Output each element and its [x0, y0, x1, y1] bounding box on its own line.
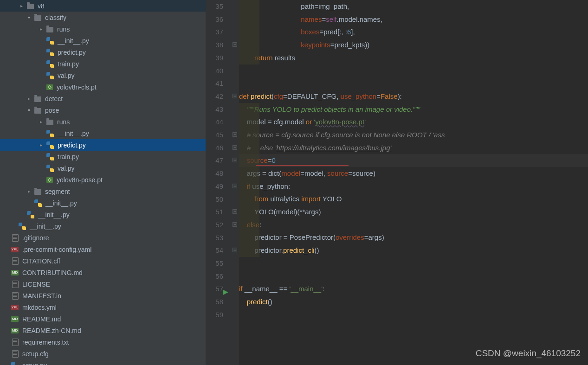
- mdfile-icon: [11, 328, 19, 333]
- tree-item-mkdocs-yml[interactable]: mkdocs.yml: [0, 301, 206, 313]
- code-line[interactable]: predictor = PosePredictor(overrides=args…: [239, 231, 588, 244]
- chevron-down-icon[interactable]: [28, 108, 32, 113]
- pyfile-icon: [46, 165, 54, 172]
- code-line[interactable]: else:: [239, 218, 588, 231]
- folder-icon: [46, 27, 53, 32]
- code-line[interactable]: # source = cfg.source if cfg.source is n…: [239, 128, 588, 141]
- fold-marker[interactable]: −: [233, 132, 237, 137]
- tree-item-classify[interactable]: classify: [0, 12, 206, 23]
- tree-item-label: LICENSE: [22, 281, 50, 288]
- chevron-down-icon[interactable]: [28, 15, 32, 20]
- tree-item-label: __init__.py: [30, 223, 61, 230]
- tree-item-yolov8n-pose-pt[interactable]: yolov8n-pose.pt: [0, 174, 206, 186]
- tree-item-pose[interactable]: pose: [0, 104, 206, 116]
- code-line[interactable]: path=img_path,: [239, 0, 588, 13]
- line-number: 43: [206, 103, 223, 116]
- chevron-right-icon[interactable]: [40, 119, 45, 124]
- tree-item---init---py[interactable]: __init__.py: [0, 209, 206, 220]
- fold-column[interactable]: −−−−−−−−−: [232, 0, 239, 365]
- fold-marker[interactable]: −: [233, 42, 237, 47]
- txt-icon: [11, 234, 19, 242]
- code-line[interactable]: [239, 308, 588, 321]
- chevron-right-icon[interactable]: [28, 96, 32, 101]
- project-tree[interactable]: v8classifyruns__init__.pypredict.pytrain…: [0, 0, 206, 365]
- code-line[interactable]: def predict(cfg=DEFAULT_CFG, use_python=…: [239, 90, 588, 103]
- tree-item-requirements-txt[interactable]: requirements.txt: [0, 336, 206, 348]
- tree-item-setup-cfg[interactable]: setup.cfg: [0, 348, 206, 359]
- line-number: 49: [206, 180, 223, 193]
- code-line[interactable]: [239, 64, 588, 77]
- tree-item-setup-py[interactable]: setup.py: [0, 359, 206, 365]
- code-line[interactable]: predict(): [239, 295, 588, 308]
- tree-item-label: runs: [57, 118, 70, 126]
- fold-marker[interactable]: −: [233, 145, 237, 150]
- folder-icon: [34, 189, 41, 195]
- tree-item-val-py[interactable]: val.py: [0, 162, 206, 174]
- tree-item-manifest-in[interactable]: MANIFEST.in: [0, 290, 206, 301]
- code-line[interactable]: names=self.model.names,: [239, 13, 588, 26]
- chevron-right-icon[interactable]: [40, 26, 45, 32]
- code-line[interactable]: [239, 77, 588, 90]
- txt-icon: [11, 281, 19, 288]
- run-gutter-icon[interactable]: ▶: [223, 286, 228, 299]
- tree-item-v8[interactable]: v8: [0, 0, 206, 12]
- line-number: 37: [206, 26, 223, 38]
- tree-item-val-py[interactable]: val.py: [0, 70, 206, 81]
- tree-item---init---py[interactable]: __init__.py: [0, 220, 206, 232]
- code-line[interactable]: YOLO(model)(**args): [239, 205, 588, 218]
- tree-item-citation-cff[interactable]: CITATION.cff: [0, 255, 206, 267]
- tree-item-detect[interactable]: detect: [0, 93, 206, 104]
- chevron-right-icon[interactable]: [20, 3, 25, 8]
- tree-item-predict-py[interactable]: predict.py: [0, 139, 206, 151]
- code-line[interactable]: # else 'https://ultralytics.com/images/b…: [239, 141, 588, 154]
- tree-item-train-py[interactable]: train.py: [0, 151, 206, 162]
- tree-item-runs[interactable]: runs: [0, 116, 206, 128]
- code-line[interactable]: predictor.predict_cli(): [239, 244, 588, 257]
- fold-marker[interactable]: −: [233, 184, 237, 188]
- tree-item-train-py[interactable]: train.py: [0, 58, 206, 70]
- line-number: 50: [206, 193, 223, 206]
- tree-item--pre-commit-config-yaml[interactable]: .pre-commit-config.yaml: [0, 243, 206, 255]
- fold-marker[interactable]: −: [233, 209, 237, 214]
- tree-item-readme-md[interactable]: README.md: [0, 313, 206, 325]
- tree-item-label: v8: [38, 2, 45, 10]
- code-line[interactable]: """Runs YOLO to predict objects in an im…: [239, 103, 588, 116]
- fold-marker[interactable]: −: [233, 222, 237, 227]
- code-line[interactable]: model = cfg.model or 'yolov8n-pose.pt': [239, 115, 588, 128]
- tree-item---init---py[interactable]: __init__.py: [0, 128, 206, 139]
- pyfile-icon: [19, 223, 26, 230]
- code-line[interactable]: [239, 269, 588, 282]
- tree-item-runs[interactable]: runs: [0, 23, 206, 35]
- code-line[interactable]: keypoints=pred_kpts)): [239, 38, 588, 51]
- fold-marker[interactable]: −: [233, 248, 237, 252]
- code-editor[interactable]: path=img_path, names=self.model.names, b…: [239, 0, 588, 365]
- tree-item-label: MANIFEST.in: [22, 292, 61, 300]
- code-line[interactable]: [239, 257, 588, 270]
- line-number: 51: [206, 205, 223, 218]
- pyfile-icon: [46, 72, 54, 79]
- tree-item-contributing-md[interactable]: CONTRIBUTING.md: [0, 267, 206, 278]
- tree-item-predict-py[interactable]: predict.py: [0, 46, 206, 58]
- code-line[interactable]: return results: [239, 51, 588, 64]
- fold-marker[interactable]: −: [233, 158, 237, 162]
- code-line[interactable]: args = dict(model=model, source=source): [239, 167, 588, 180]
- tree-item-segment[interactable]: segment: [0, 186, 206, 197]
- fold-marker[interactable]: −: [233, 94, 237, 98]
- tree-item-label: CITATION.cff: [22, 257, 60, 265]
- code-line[interactable]: if __name__ == '__main__':: [239, 282, 588, 295]
- tree-item---init---py[interactable]: __init__.py: [0, 197, 206, 209]
- code-line[interactable]: if use_python:: [239, 180, 588, 193]
- tree-item---init---py[interactable]: __init__.py: [0, 35, 206, 46]
- code-line[interactable]: from ultralytics import YOLO: [239, 192, 588, 205]
- tree-item-license[interactable]: LICENSE: [0, 278, 206, 290]
- pyfile-icon: [46, 60, 54, 68]
- pyfile-icon: [46, 49, 54, 56]
- tree-item--gitignore[interactable]: .gitignore: [0, 232, 206, 243]
- code-line[interactable]: boxes=pred[:, :6],: [239, 26, 588, 38]
- chevron-right-icon[interactable]: [28, 189, 32, 194]
- tree-item-yolov8n-cls-pt[interactable]: yolov8n-cls.pt: [0, 81, 206, 93]
- folder-icon: [46, 120, 53, 125]
- tree-item-readme-zh-cn-md[interactable]: README.zh-CN.md: [0, 325, 206, 336]
- chevron-right-icon[interactable]: [40, 142, 45, 147]
- folder-icon: [34, 15, 41, 21]
